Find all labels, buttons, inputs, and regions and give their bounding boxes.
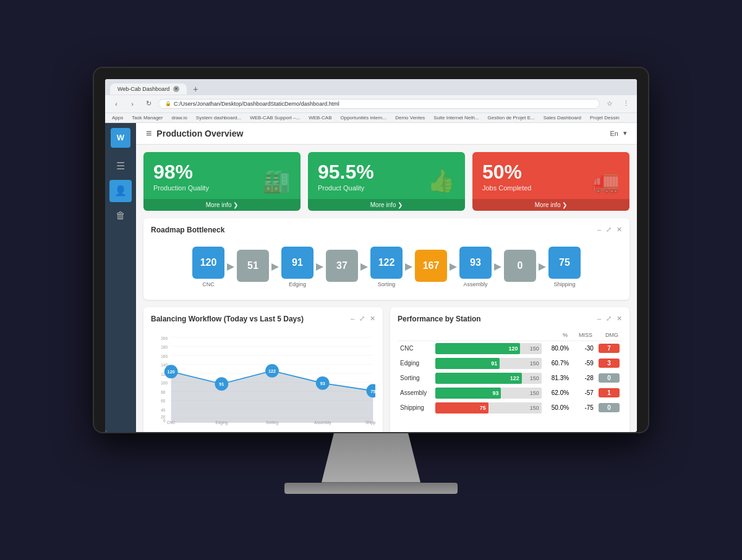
bar-container-cnc: 120 150	[435, 343, 542, 354]
top-bar-right: En ▾	[610, 129, 627, 137]
workflow-expand[interactable]: ⤢	[359, 315, 365, 323]
menu-button[interactable]: ⋮	[620, 98, 632, 110]
flow-box-167: 167	[415, 250, 447, 282]
flow-label-cnc: CNC	[202, 281, 215, 287]
bottleneck-close[interactable]: ✕	[616, 226, 622, 234]
bar-container-sorting: 122 150	[435, 373, 542, 384]
lang-selector[interactable]: En	[610, 130, 618, 137]
performance-minimize[interactable]: –	[597, 315, 601, 323]
bookmark-suite[interactable]: Suite Internet Neth...	[432, 114, 480, 121]
bottleneck-section: Roadmap Bottleneck – ⤢ ✕ 120 CNC	[143, 218, 629, 300]
kpi-icon-1: 👍	[427, 168, 455, 194]
bookmark-sales[interactable]: Sales Dashboard	[542, 114, 583, 121]
bookmark-system[interactable]: System dashboard...	[194, 114, 243, 121]
new-tab-button[interactable]: +	[189, 83, 202, 95]
bar-fill-sorting: 122	[435, 373, 522, 384]
bottleneck-minimize[interactable]: –	[597, 226, 601, 234]
kpi-production-quality: 98% Production Quality 🏭 More info ❯	[143, 152, 301, 211]
address-bar-row: ‹ › ↻ 🔒 C:/Users/Jonathan/Desktop/Dashbo…	[105, 95, 637, 112]
bookmark-button[interactable]: ☆	[603, 98, 616, 110]
bar-target-shipping: 150	[530, 402, 542, 414]
forward-button[interactable]: ›	[126, 98, 139, 110]
flow-box-51: 51	[237, 250, 269, 282]
bar-target-assembly: 150	[530, 388, 542, 399]
bookmark-task-manager[interactable]: Task Manager	[130, 114, 164, 121]
sidebar-icon-user[interactable]: 👤	[109, 180, 132, 202]
workflow-header: Balancing Workflow (Today vs Last 5 Days…	[151, 315, 375, 323]
workflow-section: Balancing Workflow (Today vs Last 5 Days…	[143, 307, 383, 432]
performance-title: Performance by Station	[398, 315, 481, 323]
kpi-more-0[interactable]: More info ❯	[143, 199, 301, 211]
pct-edging: 60.7%	[544, 356, 571, 371]
bar-container-shipping: 75 150	[435, 402, 542, 414]
back-button[interactable]: ‹	[110, 98, 122, 110]
bookmark-draw[interactable]: draw.io	[169, 114, 189, 121]
kpi-more-1[interactable]: More info ❯	[308, 199, 465, 211]
kpi-icon-0: 🏭	[263, 168, 291, 194]
bookmark-webcab-support[interactable]: WEB-CAB Support –...	[248, 114, 302, 121]
lang-chevron[interactable]: ▾	[623, 129, 627, 137]
bookmark-demo[interactable]: Demo Ventes	[393, 114, 427, 121]
miss-sorting: -28	[571, 371, 596, 386]
bottleneck-expand[interactable]: ⤢	[606, 226, 612, 234]
hamburger-icon[interactable]: ≡	[146, 128, 151, 139]
bar-cell-shipping: 75 150	[433, 401, 544, 415]
bar-cell-cnc: 120 150	[433, 341, 544, 356]
bar-fill-assembly: 93	[435, 388, 501, 399]
flow-167: 167	[415, 250, 447, 284]
workflow-close[interactable]: ✕	[370, 315, 375, 323]
table-row: Assembly 93 150 62.0% -5	[398, 386, 622, 401]
tab-bar: Web-Cab Dashboard ✕ +	[105, 79, 637, 95]
bookmark-projet[interactable]: Projet Dessin	[588, 114, 621, 121]
svg-marker-7	[539, 263, 546, 271]
bookmark-gestion[interactable]: Gestion de Projet E...	[486, 114, 537, 121]
performance-actions: – ⤢ ✕	[597, 315, 622, 323]
svg-text:40: 40	[161, 407, 166, 412]
bookmark-opp[interactable]: Opportunités intern...	[338, 114, 388, 121]
active-tab[interactable]: Web-Cab Dashboard ✕	[110, 83, 187, 95]
svg-text:91: 91	[219, 381, 224, 387]
svg-text:180: 180	[161, 345, 168, 349]
sidebar-icon-trash[interactable]: 🗑	[109, 205, 132, 227]
svg-text:CNC: CNC	[167, 420, 176, 424]
flow-sorting: 122 Sorting	[370, 247, 403, 287]
bookmark-webcab[interactable]: WEB-CAB	[307, 114, 333, 121]
svg-text:60: 60	[161, 399, 166, 403]
flow-box-edging: 91	[281, 247, 313, 279]
performance-table: % MISS DMG CNC	[398, 331, 622, 415]
flow-arrow-1	[224, 261, 237, 273]
performance-header: Performance by Station – ⤢ ✕	[398, 315, 622, 323]
tab-close-button[interactable]: ✕	[173, 86, 179, 92]
sidebar-icon-menu[interactable]: ☰	[109, 155, 132, 177]
svg-text:0: 0	[163, 418, 166, 423]
address-bar[interactable]: 🔒 C:/Users/Jonathan/Desktop/DashboardSta…	[158, 99, 600, 109]
performance-close[interactable]: ✕	[616, 315, 622, 323]
two-col-section: Balancing Workflow (Today vs Last 5 Days…	[143, 307, 629, 432]
flow-arrow-8	[536, 261, 548, 273]
monitor-stand	[309, 433, 433, 483]
flow-51: 51	[237, 250, 269, 284]
svg-text:200: 200	[161, 336, 168, 340]
workflow-minimize[interactable]: –	[351, 315, 354, 323]
kpi-more-2[interactable]: More info ❯	[472, 199, 629, 211]
station-cnc: CNC	[398, 341, 433, 356]
svg-text:Assembly: Assembly	[314, 420, 331, 425]
top-bar-left: ≡ Production Overview	[146, 128, 243, 139]
svg-marker-0	[227, 263, 234, 271]
dmg-sorting: 0	[599, 373, 620, 383]
pct-sorting: 81.3%	[544, 371, 571, 386]
bookmark-apps[interactable]: Apps	[110, 114, 125, 121]
svg-text:75: 75	[370, 388, 375, 394]
col-station	[398, 331, 433, 341]
svg-text:Sorting: Sorting	[266, 420, 279, 425]
workflow-actions: – ⤢ ✕	[351, 315, 375, 323]
reload-button[interactable]: ↻	[142, 98, 155, 110]
station-sorting: Sorting	[398, 371, 433, 386]
svg-marker-6	[494, 263, 501, 271]
performance-expand[interactable]: ⤢	[606, 315, 612, 323]
bar-target-sorting: 150	[530, 373, 542, 384]
browser-chrome: Web-Cab Dashboard ✕ + ‹ › ↻ 🔒 C:/Users/J…	[105, 79, 637, 123]
bottleneck-title: Roadmap Bottleneck	[151, 226, 224, 234]
flow-cnc: 120 CNC	[192, 247, 224, 287]
svg-marker-3	[360, 263, 368, 271]
